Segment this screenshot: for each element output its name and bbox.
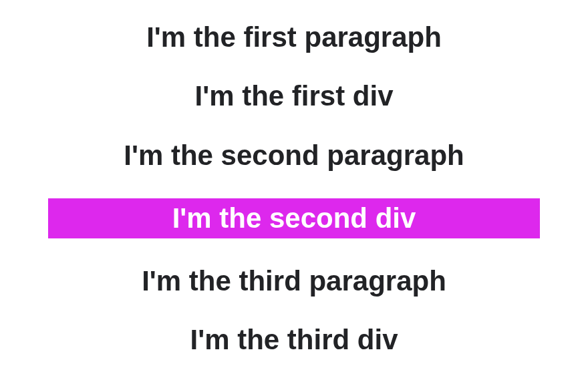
second-paragraph: I'm the second paragraph	[124, 140, 464, 172]
first-paragraph: I'm the first paragraph	[146, 21, 442, 53]
third-div: I'm the third div	[190, 324, 398, 356]
first-div: I'm the first div	[194, 80, 393, 112]
second-div: I'm the second div	[48, 198, 540, 238]
third-paragraph: I'm the third paragraph	[142, 265, 446, 297]
